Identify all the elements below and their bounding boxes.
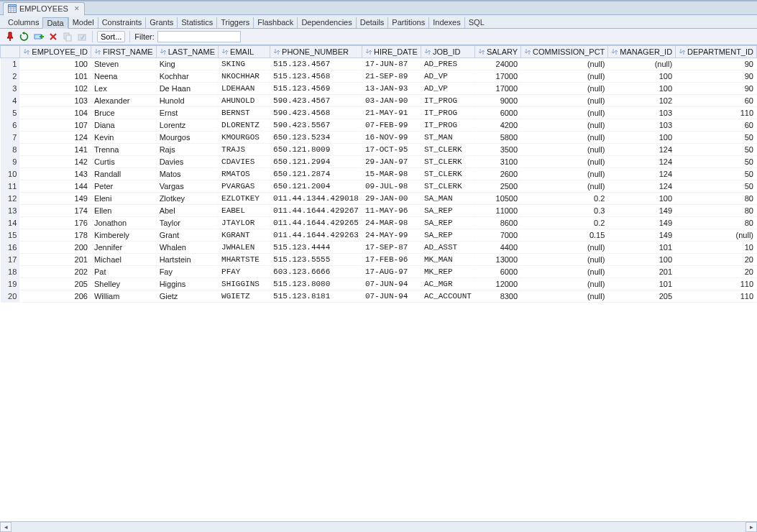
table-row[interactable]: 1100StevenKingSKING515.123.456717-JUN-87… [1, 58, 757, 70]
cell-employee_id[interactable]: 205 [20, 278, 91, 290]
cell-manager_id[interactable]: 124 [608, 144, 676, 156]
cell-salary[interactable]: 3100 [474, 156, 520, 168]
refresh-icon[interactable] [19, 31, 30, 42]
cell-email[interactable]: CDAVIES [219, 156, 270, 168]
column-header-first_name[interactable]: FIRST_NAME [91, 46, 156, 58]
cell-phone_number[interactable]: 650.123.5234 [270, 132, 362, 144]
cell-salary[interactable]: 7000 [474, 229, 520, 242]
table-row[interactable]: 10143RandallMatosRMATOS650.121.287415-MA… [1, 168, 757, 180]
window-tab-employees[interactable]: EMPLOYEES ✕ [3, 2, 85, 16]
table-row[interactable]: 16200JenniferWhalenJWHALEN515.123.444417… [1, 242, 757, 254]
cell-last_name[interactable]: Vargas [156, 180, 218, 193]
cell-job_id[interactable]: ST_CLERK [421, 144, 474, 156]
cell-hire_date[interactable]: 29-JAN-00 [362, 193, 421, 205]
cell-department_id[interactable]: 110 [676, 290, 757, 303]
column-header-employee_id[interactable]: EMPLOYEE_ID [20, 46, 91, 58]
cell-employee_id[interactable]: 174 [20, 205, 91, 217]
cell-manager_id[interactable]: 101 [608, 242, 676, 254]
cell-commission_pct[interactable]: (null) [521, 83, 608, 95]
cell-employee_id[interactable]: 102 [20, 83, 91, 95]
data-grid[interactable]: EMPLOYEE_IDFIRST_NAMELAST_NAMEEMAILPHONE… [0, 45, 757, 522]
column-header-department_id[interactable]: DEPARTMENT_ID [676, 46, 757, 58]
cell-last_name[interactable]: Hunold [156, 95, 218, 107]
cell-commission_pct[interactable]: (null) [521, 119, 608, 132]
cell-last_name[interactable]: Grant [156, 229, 218, 242]
cell-phone_number[interactable]: 011.44.1644.429263 [270, 229, 362, 242]
cell-job_id[interactable]: AD_VP [421, 70, 474, 83]
tab-constraints[interactable]: Constraints [98, 17, 146, 28]
cell-last_name[interactable]: Kochhar [156, 70, 218, 83]
cell-phone_number[interactable]: 515.123.8080 [270, 278, 362, 290]
cell-manager_id[interactable]: (null) [608, 58, 676, 70]
cell-job_id[interactable]: MK_MAN [421, 254, 474, 266]
cell-manager_id[interactable]: 100 [608, 70, 676, 83]
table-row[interactable]: 8141TrennaRajsTRAJS650.121.800917-OCT-95… [1, 144, 757, 156]
cell-phone_number[interactable]: 515.123.4444 [270, 242, 362, 254]
cell-first_name[interactable]: Trenna [91, 144, 156, 156]
tab-model[interactable]: Model [68, 17, 98, 28]
cell-manager_id[interactable]: 149 [608, 217, 676, 229]
tab-sql[interactable]: SQL [464, 17, 488, 28]
cell-employee_id[interactable]: 143 [20, 168, 91, 180]
cell-first_name[interactable]: William [91, 290, 156, 303]
cell-manager_id[interactable]: 124 [608, 156, 676, 168]
column-header-last_name[interactable]: LAST_NAME [156, 46, 218, 58]
cell-department_id[interactable]: 50 [676, 156, 757, 168]
cell-department_id[interactable]: 110 [676, 107, 757, 119]
table-row[interactable]: 11144PeterVargasPVARGAS650.121.200409-JU… [1, 180, 757, 193]
cell-commission_pct[interactable]: (null) [521, 144, 608, 156]
cell-first_name[interactable]: Kevin [91, 132, 156, 144]
cell-manager_id[interactable]: 100 [608, 83, 676, 95]
cell-manager_id[interactable]: 149 [608, 205, 676, 217]
cell-manager_id[interactable]: 124 [608, 168, 676, 180]
cell-email[interactable]: TRAJS [219, 144, 270, 156]
cell-last_name[interactable]: Taylor [156, 217, 218, 229]
cell-email[interactable]: PVARGAS [219, 180, 270, 193]
cell-email[interactable]: JWHALEN [219, 242, 270, 254]
cell-hire_date[interactable]: 17-AUG-97 [362, 266, 421, 278]
cell-salary[interactable]: 6000 [474, 107, 520, 119]
cell-first_name[interactable]: Alexander [91, 95, 156, 107]
cell-department_id[interactable]: 80 [676, 193, 757, 205]
cell-commission_pct[interactable]: (null) [521, 58, 608, 70]
cell-hire_date[interactable]: 15-MAR-98 [362, 168, 421, 180]
table-row[interactable]: 2101NeenaKochharNKOCHHAR515.123.456821-S… [1, 70, 757, 83]
cell-salary[interactable]: 17000 [474, 70, 520, 83]
column-header-salary[interactable]: SALARY [474, 46, 520, 58]
cell-commission_pct[interactable]: (null) [521, 107, 608, 119]
cell-salary[interactable]: 13000 [474, 254, 520, 266]
cell-manager_id[interactable]: 100 [608, 193, 676, 205]
table-row[interactable]: 14176JonathonTaylorJTAYLOR011.44.1644.42… [1, 217, 757, 229]
cell-last_name[interactable]: Higgins [156, 278, 218, 290]
cell-first_name[interactable]: Eleni [91, 193, 156, 205]
cell-hire_date[interactable]: 17-JUN-87 [362, 58, 421, 70]
tab-statistics[interactable]: Statistics [177, 17, 216, 28]
cell-commission_pct[interactable]: (null) [521, 266, 608, 278]
cell-employee_id[interactable]: 176 [20, 217, 91, 229]
cell-employee_id[interactable]: 144 [20, 180, 91, 193]
cell-first_name[interactable]: Ellen [91, 205, 156, 217]
cell-job_id[interactable]: SA_MAN [421, 193, 474, 205]
pin-icon[interactable] [4, 31, 16, 42]
cell-job_id[interactable]: SA_REP [421, 205, 474, 217]
cell-hire_date[interactable]: 16-NOV-99 [362, 132, 421, 144]
cell-employee_id[interactable]: 107 [20, 119, 91, 132]
column-header-manager_id[interactable]: MANAGER_ID [608, 46, 676, 58]
cell-phone_number[interactable]: 590.423.5567 [270, 119, 362, 132]
cell-email[interactable]: KMOURGOS [219, 132, 270, 144]
cell-manager_id[interactable]: 102 [608, 95, 676, 107]
cell-email[interactable]: SKING [219, 58, 270, 70]
cell-salary[interactable]: 11000 [474, 205, 520, 217]
cell-hire_date[interactable]: 17-OCT-95 [362, 144, 421, 156]
cell-last_name[interactable]: Zlotkey [156, 193, 218, 205]
cell-department_id[interactable]: 20 [676, 266, 757, 278]
horizontal-scrollbar[interactable]: ◂ ▸ [0, 521, 757, 532]
cell-phone_number[interactable]: 011.44.1644.429267 [270, 205, 362, 217]
cell-first_name[interactable]: Kimberely [91, 229, 156, 242]
cell-phone_number[interactable]: 590.423.4568 [270, 107, 362, 119]
cell-salary[interactable]: 8300 [474, 290, 520, 303]
cell-employee_id[interactable]: 124 [20, 132, 91, 144]
cell-salary[interactable]: 8600 [474, 217, 520, 229]
cell-hire_date[interactable]: 03-JAN-90 [362, 95, 421, 107]
cell-salary[interactable]: 2500 [474, 180, 520, 193]
